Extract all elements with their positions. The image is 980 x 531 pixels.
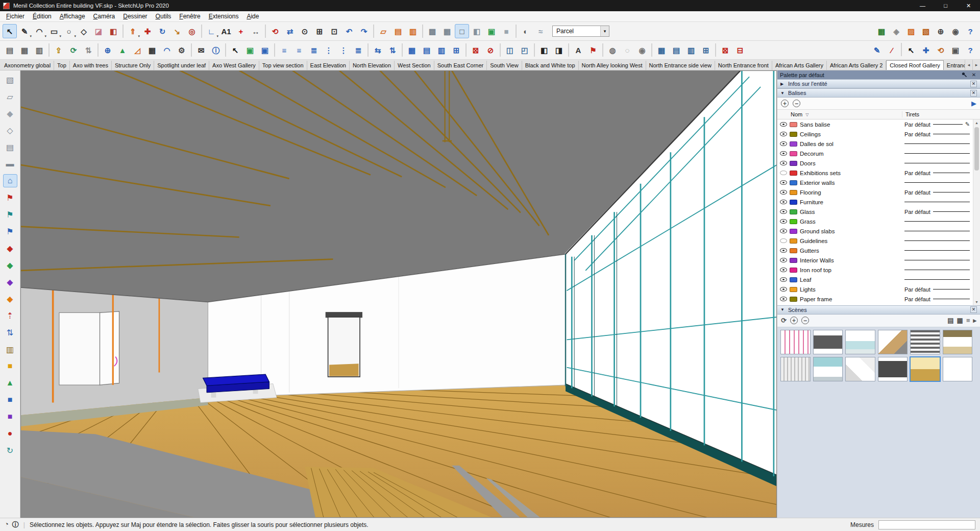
style-edit-icon[interactable]: ▧	[919, 24, 933, 38]
position-target-icon[interactable]: ⊕	[934, 24, 948, 38]
scene-tab[interactable]: Closed Roof Gallery	[886, 60, 943, 70]
tag-color-swatch[interactable]	[790, 161, 797, 166]
dimension-tool-icon[interactable]: ↔	[249, 24, 263, 38]
shaded-textures-mode-icon[interactable]: ▣	[484, 24, 499, 38]
entity-info-section-header[interactable]: ▶ Infos sur l'entité ✕	[777, 79, 980, 88]
column-dashes-header[interactable]: Tirets	[902, 111, 980, 117]
text-tool-icon[interactable]: A1	[219, 24, 233, 38]
scene-tab[interactable]: South East Corner	[434, 61, 487, 70]
tag-color-swatch[interactable]	[790, 122, 797, 127]
image-export-icon[interactable]: ▦	[874, 24, 889, 38]
tag-row[interactable]: Parcel	[777, 304, 972, 305]
red-sphere-tool-icon[interactable]: ●	[3, 427, 17, 440]
visibility-eye-icon[interactable]	[780, 297, 787, 301]
distribute-v-icon[interactable]: ⇅	[385, 43, 400, 57]
tag-row[interactable]: Iron roof top	[777, 265, 972, 275]
gray-slab-shape-icon[interactable]: ▬	[3, 157, 17, 171]
tag-row[interactable]: Leaf	[777, 275, 972, 284]
visibility-eye-icon[interactable]	[780, 200, 787, 204]
tag-color-swatch[interactable]	[790, 277, 797, 282]
tag-row[interactable]: Decorum	[777, 149, 972, 158]
dash-style-value[interactable]: Par défaut	[904, 296, 930, 302]
delete-grid-icon[interactable]: ⊠	[469, 43, 483, 57]
visibility-eye-icon[interactable]	[780, 238, 787, 243]
scene-thumbnail-9[interactable]	[845, 357, 875, 381]
orbit-small-icon[interactable]: ⟲	[934, 43, 948, 57]
camera-icon[interactable]: ◉	[948, 24, 963, 38]
swirl-tool-icon[interactable]: ↻	[3, 444, 17, 457]
gray-prism-shape-icon[interactable]: ◆	[3, 107, 17, 120]
align-left-icon[interactable]: ≡	[277, 43, 291, 57]
table-row-icon[interactable]: ▤	[669, 43, 683, 57]
reverse-faces-icon[interactable]: ◨	[552, 43, 566, 57]
align-right-icon[interactable]: ≣	[307, 43, 321, 57]
scene-thumbnail-6[interactable]	[943, 330, 973, 354]
tag-row[interactable]: Paper frame Par défaut	[777, 294, 972, 304]
back-wall-doorway[interactable]	[326, 312, 362, 377]
tag-row[interactable]: Dalles de sol	[777, 139, 972, 149]
filter-icon[interactable]: ▽	[805, 112, 808, 117]
active-tag-select[interactable]: Parcel ▾	[552, 26, 609, 37]
visibility-eye-icon[interactable]	[780, 122, 787, 127]
visibility-eye-icon[interactable]	[780, 171, 787, 175]
tag-icon[interactable]: ◈	[889, 24, 903, 38]
move-tool-icon[interactable]: ✚	[140, 24, 155, 38]
help-icon[interactable]: ?	[963, 24, 977, 38]
dash-style-value[interactable]: Par défaut	[904, 286, 930, 293]
remove-row-icon[interactable]: ⊟	[733, 43, 747, 57]
column-name-header[interactable]: Nom	[791, 111, 802, 117]
gray-polygon-shape-icon[interactable]: ◇	[3, 124, 17, 137]
scene-tab[interactable]: African Arts Gallery	[772, 61, 827, 70]
tag-row[interactable]: Exterior walls	[777, 178, 972, 187]
scene-tab[interactable]: Top	[54, 61, 70, 70]
tag-row[interactable]: Glass Par défaut	[777, 207, 972, 216]
pan-tool-icon[interactable]: ⇄	[283, 24, 297, 38]
zoom-extents-tool-icon[interactable]: ⊡	[327, 24, 341, 38]
monochrome-mode-icon[interactable]: ■	[499, 24, 513, 38]
visibility-eye-icon[interactable]	[780, 287, 787, 292]
list-view-icon[interactable]: ≡	[966, 317, 970, 324]
minimize-button[interactable]: —	[911, 0, 934, 11]
tag-color-swatch[interactable]	[790, 141, 797, 147]
menu-item[interactable]: Fenêtre	[175, 12, 204, 21]
scale-tool-icon[interactable]: ↘	[170, 24, 184, 38]
left-wall-doorway[interactable]	[59, 312, 100, 385]
zoom-window-tool-icon[interactable]: ⊞	[312, 24, 327, 38]
checker-material-icon[interactable]: ▦	[145, 43, 159, 57]
collapse-arrow-icon[interactable]: ▼	[780, 91, 785, 95]
visibility-eye-icon[interactable]	[780, 180, 787, 185]
section-cut-toggle-icon[interactable]: ▥	[406, 24, 420, 38]
solid-intersect-icon[interactable]: ◉	[635, 43, 649, 57]
tag-row[interactable]: Interior Walls	[777, 255, 972, 265]
paint-bucket-tool-icon[interactable]: ◧	[106, 24, 120, 38]
scene-tab[interactable]: Spotlight under leaf	[154, 61, 209, 70]
close-button[interactable]: ✕	[957, 0, 980, 11]
blue-survey-pin-icon[interactable]: ⚑	[3, 225, 17, 238]
polygon-tool-icon[interactable]: ◇	[77, 24, 91, 38]
scene-thumbnail-10[interactable]	[878, 357, 908, 381]
visibility-eye-icon[interactable]	[780, 209, 787, 214]
orbit-tool-icon[interactable]: ⟲	[268, 24, 282, 38]
tray-close-icon[interactable]: ✕	[970, 72, 977, 78]
pin-icon[interactable]	[961, 72, 968, 78]
visibility-eye-icon[interactable]	[780, 229, 787, 233]
push-pull-tool-icon[interactable]: ⇑	[126, 24, 140, 38]
remove-scene-icon[interactable]: −	[801, 317, 809, 324]
chevron-down-icon[interactable]: ▾	[600, 26, 609, 36]
maximize-button[interactable]: □	[934, 0, 957, 11]
axes-tool-icon[interactable]: +	[234, 24, 248, 38]
tag-color-swatch[interactable]	[790, 287, 797, 292]
visibility-eye-icon[interactable]	[780, 268, 787, 272]
tag-row[interactable]: Doors	[777, 158, 972, 168]
offset-tool-icon[interactable]: ◎	[185, 24, 199, 38]
thumbnail-view-icon[interactable]: ▦	[957, 317, 963, 324]
distribute-h-icon[interactable]: ⇆	[371, 43, 385, 57]
style-brush-icon[interactable]: ▨	[904, 24, 918, 38]
make-group-icon[interactable]: ▣	[243, 43, 257, 57]
green-marker-icon[interactable]: ◆	[3, 258, 17, 272]
geolocation-icon[interactable]: ◔	[5, 520, 9, 529]
rotate-tool-icon[interactable]: ↻	[155, 24, 169, 38]
ruler-tool-icon[interactable]: ▥	[3, 343, 17, 356]
tab-scroll-left-button[interactable]: ◂	[965, 60, 972, 70]
scene-thumbnail-2[interactable]	[813, 330, 843, 354]
